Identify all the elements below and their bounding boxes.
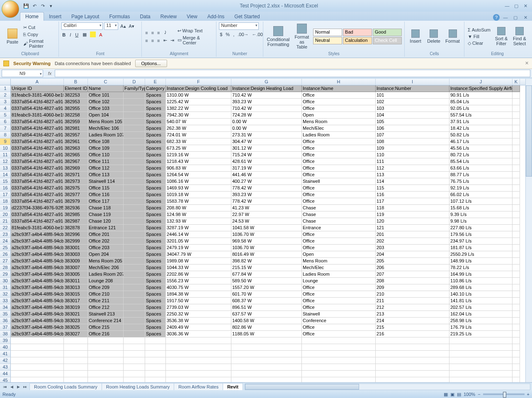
cell[interactable]: 715.24 W — [231, 152, 302, 158]
cell[interactable]: Office 201 — [88, 231, 124, 238]
cell[interactable]: 1917.50 W — [166, 298, 231, 304]
cell[interactable]: 382967 — [64, 158, 88, 165]
cell[interactable]: 400.27 W — [231, 178, 302, 185]
cell[interactable]: 383015 — [64, 291, 88, 298]
cell[interactable]: 85.04 L/s — [449, 99, 513, 105]
cell[interactable]: Spaces — [145, 265, 166, 271]
cell[interactable] — [124, 205, 145, 211]
cell[interactable]: Office — [302, 192, 376, 198]
cell[interactable] — [302, 337, 376, 344]
undo-icon[interactable]: ↶ — [31, 2, 38, 10]
cell[interactable] — [513, 278, 520, 284]
cell[interactable]: Spaces — [145, 152, 166, 158]
cell[interactable]: Spaces — [145, 119, 166, 125]
cell[interactable] — [513, 377, 520, 382]
cell[interactable]: 215.15 W — [231, 265, 302, 271]
row-header[interactable]: 39 — [0, 337, 11, 344]
cell[interactable]: 102 — [376, 99, 449, 105]
cell[interactable]: 148.99 L/s — [449, 258, 513, 265]
cell[interactable]: Element ID — [64, 85, 88, 92]
cell[interactable] — [124, 185, 145, 192]
cell[interactable]: 219.25 L/s — [449, 331, 513, 337]
align-bottom-button[interactable]: ≡ — [156, 29, 160, 36]
cell[interactable]: Chase 119 — [88, 211, 124, 218]
cell[interactable] — [513, 145, 520, 152]
cell[interactable] — [513, 198, 520, 205]
row-header[interactable]: 6 — [0, 119, 11, 125]
cell[interactable] — [124, 158, 145, 165]
cell[interactable] — [124, 145, 145, 152]
cell[interactable]: 382996 — [64, 231, 88, 238]
sheet-tab-room-airflow-rates[interactable]: Room Airflow Rates — [174, 383, 223, 390]
cell[interactable]: Office — [302, 238, 376, 245]
cell[interactable]: 1218.43 W — [166, 158, 231, 165]
cell[interactable]: Office 109 — [88, 145, 124, 152]
cell[interactable] — [376, 357, 449, 364]
col-header-H[interactable]: H — [302, 79, 376, 85]
cell[interactable]: a2bc93f7-a4b4-48f8-94cb- — [11, 311, 64, 318]
cell[interactable]: 383001 — [64, 245, 88, 251]
cell[interactable] — [124, 192, 145, 198]
cell[interactable]: 4030.75 W — [166, 284, 231, 291]
row-header[interactable]: 18 — [0, 198, 11, 205]
hscroll-thumb[interactable] — [245, 384, 359, 390]
cell[interactable] — [231, 377, 302, 382]
ribbon-tab-data[interactable]: Data — [135, 12, 155, 21]
cell[interactable]: Office 113 — [88, 172, 124, 178]
cell[interactable]: 3036.36 W — [166, 331, 231, 337]
cell[interactable]: Office — [302, 284, 376, 291]
cell[interactable]: 24.53 W — [231, 218, 302, 225]
cell[interactable]: Spaces — [145, 165, 166, 172]
cell[interactable]: 115 — [376, 185, 449, 192]
row-header[interactable]: 21 — [0, 218, 11, 225]
delete-cells-button[interactable]: Delete — [425, 29, 442, 44]
cell[interactable]: 109 — [376, 145, 449, 152]
cell[interactable]: 110 — [376, 152, 449, 158]
cell[interactable] — [88, 364, 124, 371]
cell[interactable]: 601.70 W — [231, 291, 302, 298]
cell[interactable]: a2bc93f7-a4b4-48f8-94cb- — [11, 245, 64, 251]
row-header[interactable]: 25 — [0, 245, 11, 251]
style-normal[interactable]: Normal — [313, 29, 342, 36]
cell[interactable]: 382955 — [64, 105, 88, 112]
cell[interactable]: 208.80 W — [166, 205, 231, 211]
row-header[interactable]: 13 — [0, 165, 11, 172]
cell[interactable]: Office 116 — [88, 192, 124, 198]
row-header[interactable]: 9 — [0, 138, 11, 145]
cell[interactable]: 9.39 L/s — [449, 211, 513, 218]
row-header[interactable]: 29 — [0, 271, 11, 278]
cell[interactable]: 0337a854-41fd-4827-a91d- — [11, 158, 64, 165]
ribbon-tab-formulas[interactable]: Formulas — [104, 12, 135, 21]
cell[interactable] — [124, 152, 145, 158]
cell[interactable]: 203 — [376, 245, 449, 251]
cell[interactable] — [124, 138, 145, 145]
cell[interactable]: 78.22 L/s — [449, 265, 513, 271]
cell[interactable] — [513, 152, 520, 158]
cell[interactable] — [513, 337, 520, 344]
cell[interactable]: Entrance — [302, 225, 376, 231]
cell[interactable]: Entrance 121 — [88, 225, 124, 231]
cell[interactable]: 0337a854-41fd-4827-a91d- — [11, 198, 64, 205]
cell[interactable]: Lounge 208 — [88, 278, 124, 284]
cell[interactable]: 132.93 W — [166, 218, 231, 225]
cell[interactable]: 1556.23 W — [166, 278, 231, 284]
cell[interactable]: 46.17 L/s — [449, 138, 513, 145]
cell[interactable]: 179.56 L/s — [449, 231, 513, 238]
cell[interactable] — [124, 119, 145, 125]
row-header[interactable]: 31 — [0, 284, 11, 291]
cell[interactable]: 398.82 W — [231, 258, 302, 265]
ribbon-tab-review[interactable]: Review — [155, 12, 182, 21]
cell[interactable]: Office 102 — [88, 99, 124, 105]
cell[interactable] — [376, 371, 449, 377]
cell[interactable]: a2bc93f7-a4b4-48f8-94cb- — [11, 251, 64, 258]
cell[interactable]: 382936 — [64, 205, 88, 211]
row-header[interactable]: 32 — [0, 291, 11, 298]
col-header-F[interactable]: F — [166, 79, 231, 85]
row-header[interactable]: 11 — [0, 152, 11, 158]
cell[interactable]: 969.58 W — [231, 238, 302, 245]
cell[interactable]: Office 209 — [88, 284, 124, 291]
cell[interactable] — [124, 318, 145, 324]
cell[interactable]: Ladies Room — [302, 132, 376, 138]
copy-button[interactable]: ⎘Copy — [22, 32, 56, 37]
cell[interactable] — [513, 324, 520, 331]
